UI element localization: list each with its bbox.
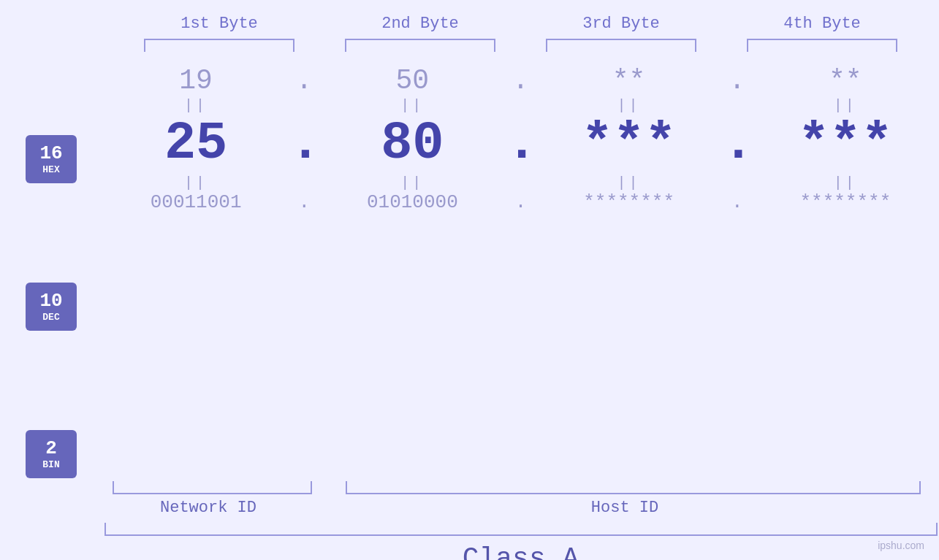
byte2-header: 2nd Byte <box>320 15 521 39</box>
bracket-top-b4-shape <box>747 39 897 52</box>
full-width-bracket <box>104 523 938 536</box>
bin-b2-value: 01010000 <box>367 185 458 219</box>
byte-headers: 1st Byte 2nd Byte 3rd Byte 4th Byte <box>119 15 923 39</box>
bin-b4-cell: ******** <box>752 191 939 213</box>
bracket-top-b2 <box>320 39 521 52</box>
bracket-top-b1-shape <box>144 39 294 52</box>
hex-dot3: . <box>723 65 752 96</box>
values-grid: 19 . 50 . ** . ** <box>102 59 939 213</box>
bin-dot3-value: . <box>731 191 743 213</box>
bracket-gap <box>312 481 346 494</box>
hex-b1-value: 19 <box>179 59 213 102</box>
hex-b3-cell: ** <box>536 65 723 96</box>
bin-dot1: . <box>289 191 319 213</box>
hex-b2-cell: 50 <box>319 65 506 96</box>
main-container: 1st Byte 2nd Byte 3rd Byte 4th Byte 16 H… <box>0 0 939 560</box>
host-id-label: Host ID <box>313 499 938 517</box>
bin-dot2-value: . <box>515 191 527 213</box>
hex-number: 16 <box>39 143 62 164</box>
bin-dot2: . <box>506 191 536 213</box>
hex-b4-cell: ** <box>752 65 939 96</box>
hex-badge: 16 HEX <box>26 135 77 183</box>
bracket-top-b1 <box>119 39 320 52</box>
bin-b3-cell: ******** <box>536 191 723 213</box>
base-labels: 16 HEX 10 DEC 2 BIN <box>0 59 102 478</box>
equals-row-1: || || || || <box>102 96 939 114</box>
bin-b4-value: ******** <box>799 185 891 219</box>
network-id-label: Network ID <box>104 499 313 517</box>
byte3-header: 3rd Byte <box>521 15 722 39</box>
dec-dot1-value: . <box>289 114 321 174</box>
dec-b3-value: *** <box>582 114 677 174</box>
hex-b1-cell: 19 <box>102 65 289 96</box>
dec-badge: 10 DEC <box>26 283 77 331</box>
dec-b2-value: 80 <box>381 114 444 174</box>
hex-dot2: . <box>506 65 536 96</box>
bracket-top-b2-shape <box>345 39 495 52</box>
dec-dot3-value: . <box>723 114 754 174</box>
dec-dot1: . <box>289 114 319 174</box>
class-a-label: Class A <box>463 543 579 560</box>
dec-b4-cell: *** <box>752 118 939 170</box>
hex-dot1-value: . <box>296 65 313 96</box>
hex-b2-value: 50 <box>396 59 430 102</box>
bracket-top-row <box>119 39 923 52</box>
bin-badge: 2 BIN <box>26 430 77 478</box>
bin-b3-value: ******** <box>583 185 674 219</box>
byte1-header: 1st Byte <box>119 15 320 39</box>
dec-dot2-value: . <box>506 114 538 174</box>
hex-dot1: . <box>289 65 319 96</box>
dec-b1-cell: 25 <box>102 118 289 170</box>
dec-dot3: . <box>723 114 752 174</box>
dec-row: 25 . 80 . *** . *** <box>102 114 939 174</box>
bin-number: 2 <box>45 438 57 459</box>
bracket-bottom-row <box>104 481 938 494</box>
hex-dot2-value: . <box>512 65 529 96</box>
bin-b2-cell: 01010000 <box>319 191 506 213</box>
bin-row: 00011001 . 01010000 . ******** . <box>102 191 939 213</box>
dec-dot2: . <box>506 114 536 174</box>
bottom-section: Network ID Host ID Class A <box>104 481 938 560</box>
dec-b4-value: *** <box>798 114 893 174</box>
hex-name: HEX <box>42 164 59 175</box>
id-labels: Network ID Host ID <box>104 499 938 517</box>
bracket-top-b3 <box>521 39 722 52</box>
class-a-row: Class A <box>104 543 938 560</box>
bracket-top-b4 <box>722 39 923 52</box>
bin-name: BIN <box>42 459 59 470</box>
dec-b1-value: 25 <box>164 114 227 174</box>
byte4-header: 4th Byte <box>722 15 923 39</box>
bin-dot1-value: . <box>298 191 310 213</box>
dec-number: 10 <box>39 291 62 312</box>
bin-b1-value: 00011001 <box>151 185 242 219</box>
hex-b4-value: ** <box>829 59 862 102</box>
watermark: ipshu.com <box>878 540 924 551</box>
host-id-bracket <box>346 481 921 494</box>
bracket-top-b3-shape <box>546 39 696 52</box>
dec-name: DEC <box>42 312 59 323</box>
hex-b3-value: ** <box>612 59 646 102</box>
dec-b3-cell: *** <box>536 118 723 170</box>
bin-dot3: . <box>723 191 752 213</box>
main-content: 16 HEX 10 DEC 2 BIN 19 . <box>0 59 939 478</box>
network-id-bracket <box>113 481 313 494</box>
hex-row: 19 . 50 . ** . ** <box>102 65 939 96</box>
bin-b1-cell: 00011001 <box>102 191 289 213</box>
dec-b2-cell: 80 <box>319 118 506 170</box>
hex-dot3-value: . <box>729 65 745 96</box>
